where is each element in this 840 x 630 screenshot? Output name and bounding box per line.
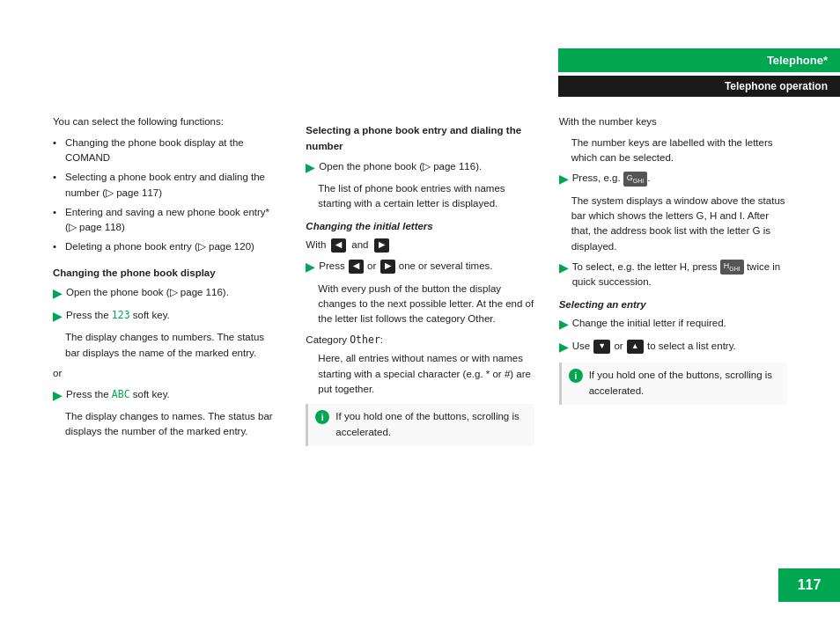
arrow-step-open: ▶ Open the phone book (▷ page 116). <box>306 159 534 177</box>
info-box-col3: i If you hold one of the buttons, scroll… <box>559 363 787 405</box>
arrow-step-1: ▶ Open the phone book (▷ page 116). <box>53 285 281 303</box>
col3-desc1: The number keys are labelled with the le… <box>559 136 787 166</box>
info-text: If you hold one of the buttons, scrollin… <box>335 409 527 441</box>
info-icon: i <box>569 369 583 383</box>
italic-heading-selecting: Selecting an entry <box>559 297 787 313</box>
arrow-step-change-initial: ▶ Change the initial letter if required. <box>559 316 787 333</box>
col1-intro: You can select the following functions: <box>53 114 281 130</box>
with-text: With <box>306 238 326 253</box>
page-number: 117 <box>778 568 840 602</box>
col3-with-label: With the number keys <box>559 114 787 130</box>
list-item: Selecting a phone book entry and dialing… <box>53 170 281 201</box>
arrow-step-press: ▶ Press or one or several times. <box>306 259 534 276</box>
info-box-col2: i If you hold one of the buttons, scroll… <box>306 404 534 446</box>
left-button-icon <box>331 238 346 253</box>
arrow-icon: ▶ <box>306 259 314 276</box>
col2-desc2: With every push of the button the displa… <box>306 282 534 327</box>
col2-desc3: Here, all entries without names or with … <box>306 351 534 397</box>
list-item: Changing the phone book display at the C… <box>53 136 281 166</box>
with-buttons-row: With and <box>306 238 534 253</box>
left-arrow <box>335 240 342 249</box>
step-text: Press the 123 soft key. <box>66 308 281 323</box>
arrow-icon: ▶ <box>559 171 568 188</box>
info-icon: i <box>315 410 329 424</box>
col2-desc1: The list of phone book entries with name… <box>306 181 534 212</box>
step-text: Press or one or several times. <box>319 259 534 274</box>
arrow-icon: ▶ <box>559 316 568 333</box>
arrow-icon: ▶ <box>306 159 314 177</box>
info-text: If you hold one of the buttons, scrollin… <box>589 368 780 399</box>
left-btn <box>349 260 364 274</box>
up-btn <box>627 340 644 354</box>
desc-1: The display changes to numbers. The stat… <box>53 330 281 361</box>
arrow-step-use-buttons: ▶ Use or to select a list entry. <box>559 339 787 356</box>
and-text: and <box>351 238 368 253</box>
header-telephone: Telephone* <box>558 48 840 72</box>
column-2: Selecting a phone book entry and dialing… <box>306 114 534 577</box>
step-text: Open the phone book (▷ page 116). <box>66 285 281 300</box>
bullet-list: Changing the phone book display at the C… <box>53 136 281 255</box>
desc-2: The display changes to names. The status… <box>53 409 281 440</box>
category-label: Category Other: <box>306 333 534 348</box>
section-heading-display: Changing the phone book display <box>53 266 281 282</box>
step-text: To select, e.g. the letter H, press HGHI… <box>572 260 787 290</box>
step-text: Open the phone book (▷ page 116). <box>319 159 534 174</box>
list-item: Entering and saving a new phone book ent… <box>53 205 281 236</box>
arrow-icon: ▶ <box>53 285 62 303</box>
step-text: Use or to select a list entry. <box>572 339 787 354</box>
column-1: You can select the following functions: … <box>53 114 281 577</box>
arrow-icon: ▶ <box>559 260 568 277</box>
step-text: Press, e.g. GGHI. <box>572 171 787 187</box>
arrow-step-select-h: ▶ To select, e.g. the letter H, press HG… <box>559 260 787 290</box>
right-button-icon <box>374 238 389 253</box>
arrow-step-3: ▶ Press the ABC soft key. <box>53 387 281 405</box>
arrow-step-2: ▶ Press the 123 soft key. <box>53 308 281 326</box>
step-text: Press the ABC soft key. <box>66 387 281 402</box>
right-arrow <box>379 240 385 249</box>
arrow-icon: ▶ <box>559 339 568 356</box>
col3-desc2: The system displays a window above the s… <box>559 194 787 254</box>
down-btn <box>593 340 610 354</box>
step-text: Change the initial letter if required. <box>572 316 787 331</box>
column-3: With the number keys The number keys are… <box>559 114 787 577</box>
or-label: or <box>53 366 281 382</box>
arrow-icon: ▶ <box>53 387 62 405</box>
right-btn <box>380 260 395 274</box>
arrow-icon: ▶ <box>53 308 62 326</box>
content-area: You can select the following functions: … <box>53 114 787 577</box>
list-item: Deleting a phone book entry (▷ page 120) <box>53 239 281 254</box>
h-key-icon: HGHI <box>720 260 744 275</box>
header-operation: Telephone operation <box>558 76 840 97</box>
g-key-icon: GGHI <box>623 172 647 187</box>
section-heading-selecting: Selecting a phone book entry and dialing… <box>306 123 534 155</box>
arrow-step-press-eg: ▶ Press, e.g. GGHI. <box>559 171 787 188</box>
italic-heading-initial: Changing the initial letters <box>306 219 534 235</box>
